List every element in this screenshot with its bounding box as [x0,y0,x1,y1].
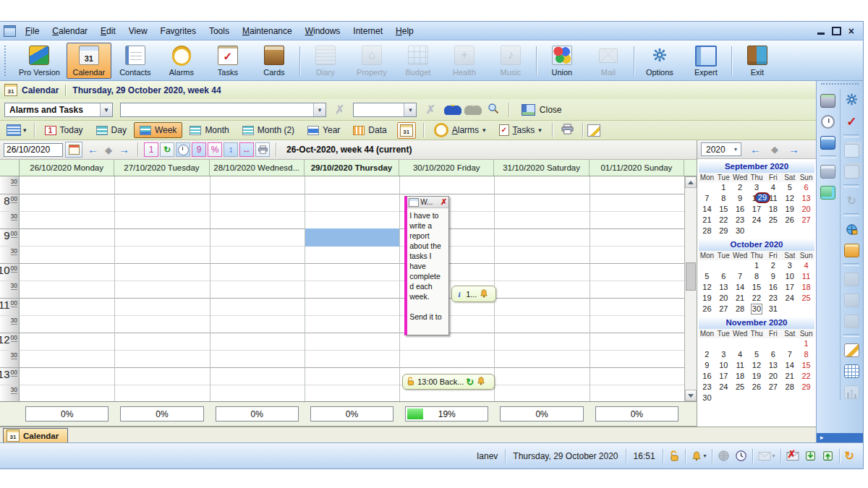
mini-calendar-day[interactable]: 10 [715,360,732,371]
year-select[interactable]: 2020 ▾ [701,142,741,156]
mini-calendar-day[interactable]: 25 [765,215,781,226]
grid-row[interactable] [20,315,684,333]
clear-category-icon[interactable]: ✗ [420,103,441,116]
scroll-down-icon[interactable] [685,390,697,401]
rail-notes-button[interactable] [819,184,838,201]
mini-calendar-day[interactable]: 18 [765,204,781,215]
grid-row[interactable] [20,176,684,194]
mini-calendar-day[interactable]: 27 [715,304,732,314]
grid-scrollbar[interactable] [684,176,697,401]
mini-calendar-day[interactable]: 25 [732,382,749,393]
mini-calendar-day[interactable]: 2 [732,182,749,193]
mini-calendar-day[interactable]: 16 [732,204,749,215]
mini-calendar-day[interactable]: 29 [715,226,732,236]
grid-row[interactable] [20,385,684,402]
mini-calendar-day[interactable]: 20 [715,293,732,304]
mini-calendar-day[interactable]: 17 [715,371,732,382]
filter-scope-select[interactable]: Alarms and Tasks ▾ [4,103,113,117]
fit-horizontal-button[interactable]: ↔ [239,142,254,157]
day-header[interactable]: 01/11/2020 Sunday [590,160,684,176]
prev-year-icon[interactable]: ← [747,143,764,156]
mini-calendar-day[interactable]: 4 [798,260,814,271]
mini-calendar-day[interactable]: 20 [798,204,814,215]
mini-calendar-day[interactable]: 16 [765,282,781,293]
toolbar-union-button[interactable]: Union [540,43,584,79]
search-combo[interactable]: ▾ [120,103,326,117]
mini-calendar-day[interactable]: 11 [732,360,749,371]
menu-internet[interactable]: Internet [346,24,389,38]
toolbar-cards-button[interactable]: Cards [252,43,297,79]
view-month-button[interactable]: Month [184,122,234,138]
mini-calendar-day[interactable]: 11 [798,271,814,282]
mini-calendar-day[interactable]: 28 [732,304,749,314]
selected-timeslot[interactable] [305,228,399,247]
date-picker-button[interactable] [65,142,82,158]
toolbar-contacts-button[interactable]: Contacts [113,43,158,79]
mini-calendar-day[interactable]: 15 [715,204,732,215]
mini-calendar-day[interactable]: 17 [781,282,798,293]
rail-grip[interactable] [821,83,859,87]
menu-calendar[interactable]: Calendar [46,24,94,38]
menu-windows[interactable]: Windows [299,24,347,38]
day-header[interactable]: 29/10/2020 Thursday [305,160,399,176]
mini-calendar-day[interactable]: 28 [781,382,798,393]
toolbar-expert-button[interactable]: Expert [684,43,728,79]
view-year-button[interactable]: Year [302,122,346,138]
mini-calendar-day[interactable]: 2 [699,349,715,360]
mini-calendar-day[interactable]: 1 [749,260,765,271]
menu-file[interactable]: File [19,24,46,38]
mini-calendar-day[interactable]: 22 [798,371,814,382]
mini-calendar-day[interactable]: 24 [781,293,798,304]
day-header[interactable]: 30/10/2020 Friday [399,160,494,176]
mini-calendar-day[interactable]: 26 [699,304,715,314]
view-menu-button[interactable]: ▾ [4,123,30,137]
mini-calendar-day[interactable]: 23 [699,382,715,393]
magnifier-icon[interactable] [488,103,499,117]
mini-calendar-day[interactable]: 22 [715,215,732,226]
print-view-button[interactable] [255,142,270,157]
day-header[interactable]: 26/10/2020 Monday [20,160,114,176]
mini-calendar-day[interactable]: 24 [749,215,765,226]
mini-calendar-day[interactable]: 26 [749,382,765,393]
grid-row[interactable] [20,298,684,315]
mini-calendar-day[interactable]: 8 [715,193,732,204]
clear-search-icon[interactable]: ✗ [329,103,350,116]
mini-calendar-day[interactable]: 28 [699,226,715,236]
percent-indicators-button[interactable]: % [208,142,222,157]
mini-calendar-day[interactable]: 18 [798,282,814,293]
mini-calendar-day[interactable]: 3 [749,182,765,193]
event-note[interactable]: W... ✗ I have to write a report about th… [404,196,449,335]
view-today-button[interactable]: 1Today [39,122,89,138]
mini-calendar-day[interactable]: 21 [732,293,749,304]
minimize-icon[interactable] [817,33,825,35]
rail-export-folder-button[interactable] [842,241,861,259]
alarms-dropdown[interactable]: Alarms▾ [428,120,492,140]
mini-calendar-day[interactable]: 16 [699,371,715,382]
grid-row[interactable] [20,246,684,263]
mini-calendar-day[interactable]: 7 [732,271,749,282]
mini-calendar-day[interactable]: 23 [765,293,781,304]
mini-calendar-day[interactable]: 25 [798,293,814,304]
day-header[interactable]: 28/10/2020 Wednesd... [210,160,305,176]
scroll-up-icon[interactable] [685,176,697,188]
fit-vertical-button[interactable]: ↕ [224,142,238,157]
date-input[interactable] [4,143,63,157]
mini-calendar-day[interactable]: 3 [715,349,732,360]
week-grid[interactable]: 308003090030100030110030120030130030 W..… [0,176,697,402]
print-icon[interactable] [557,124,578,137]
restore-icon[interactable] [832,27,841,35]
rail-pda-button[interactable] [819,92,838,109]
category-combo[interactable]: ▾ [353,103,417,117]
grid-row[interactable] [20,333,684,350]
mini-calendar-day[interactable]: 12 [749,360,765,371]
grid-row[interactable] [20,350,684,367]
mini-calendar-day[interactable]: 12 [781,193,798,204]
toolbar-options-button[interactable]: Options [637,43,682,79]
rail-signature-button[interactable] [842,341,861,359]
mini-calendar-day[interactable]: 29 [798,382,814,393]
mini-calendar-day[interactable]: 7 [699,193,715,204]
show-day-numbers-button[interactable]: 1 [144,142,158,157]
mini-calendar-day[interactable]: 3 [781,260,798,271]
status-export-icon[interactable] [822,450,834,462]
delete-note-icon[interactable]: ✗ [441,198,447,206]
